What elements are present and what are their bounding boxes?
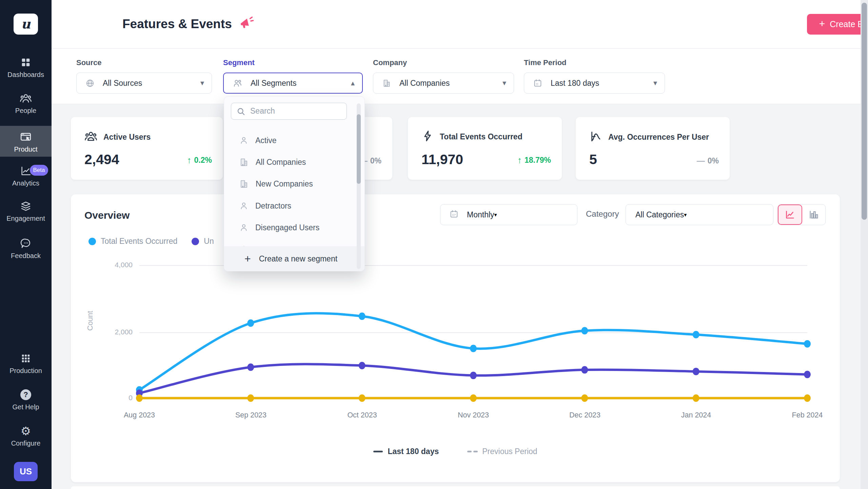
userpilot-logo[interactable]: u [14, 14, 38, 35]
time-period-filter-value: Last 180 days [551, 79, 599, 88]
sidebar-item-engagement[interactable]: Engagement [0, 200, 52, 222]
segment-option-all-companies[interactable]: All Companies [224, 151, 361, 173]
building-icon [239, 157, 249, 167]
stat-card-total-events: Total Events Occurred 11,970 ↑ 18.79% [408, 117, 562, 180]
legend-dot-total-events [88, 238, 96, 245]
bell-curve-icon [589, 130, 602, 144]
overview-panel: Overview Monthly ▾ Category All Categori… [71, 194, 840, 482]
dashboards-icon [0, 56, 52, 69]
sidebar-item-configure[interactable]: ⚙ Configure [0, 425, 52, 447]
next-panel-edge [71, 486, 840, 489]
search-icon [236, 107, 246, 116]
legend-label-total-events[interactable]: Total Events Occurred [101, 237, 177, 246]
layers-icon [0, 200, 52, 212]
bar-chart-icon [808, 209, 819, 220]
x-tick-dec: Dec 2023 [556, 411, 614, 419]
segment-option-detractors[interactable]: Detractors [224, 195, 361, 217]
user-icon [239, 223, 249, 232]
line-chart[interactable] [129, 253, 817, 415]
sidebar-item-label: Analytics [0, 179, 52, 187]
caret-down-icon: ▾ [494, 212, 497, 218]
dropdown-scrollbar-thumb[interactable] [357, 114, 361, 184]
category-label: Category [586, 209, 619, 219]
sidebar-item-people[interactable]: People [0, 92, 52, 115]
lightning-bolt-icon [421, 130, 434, 143]
company-filter-value: All Companies [399, 79, 450, 88]
plus-icon: + [244, 253, 251, 264]
granularity-value: Monthly [467, 210, 494, 219]
solid-line-swatch [373, 451, 383, 452]
y-tick-4000: 4,000 [95, 261, 133, 269]
segment-option-active[interactable]: Active [224, 130, 361, 151]
building-icon [239, 179, 249, 189]
segment-filter-select[interactable]: All Segments ▴ [223, 73, 363, 94]
dashed-line-swatch [473, 451, 478, 452]
trend-up-icon: ↑ [517, 155, 522, 165]
user-icon [239, 136, 249, 145]
stat-card-title: Total Events Occurred [440, 132, 522, 141]
legend-current-period[interactable]: Last 180 days [373, 447, 467, 456]
y-axis-label: Count [86, 311, 95, 331]
plus-icon: + [819, 19, 825, 29]
stat-card-trend: ↑ 18.79% [517, 155, 551, 165]
filter-bar: Source All Sources ▾ Segment All Segment… [52, 49, 861, 104]
caret-down-icon: ▾ [200, 79, 204, 87]
stat-card-value: 2,494 [84, 152, 119, 168]
sidebar-item-label: Feedback [0, 252, 52, 260]
legend-previous-period[interactable]: Previous Period [467, 447, 537, 456]
category-value: All Categories [635, 210, 684, 219]
granularity-select[interactable]: Monthly ▾ [440, 204, 577, 225]
sidebar-item-get-help[interactable]: ? Get Help [0, 389, 52, 411]
legend-label-unique[interactable]: Un [204, 237, 214, 246]
grid-icon [0, 352, 52, 365]
segment-search-input[interactable] [250, 103, 345, 119]
stat-card-avg-occurrences: Avg. Occurrences Per User 5 — 0% [576, 117, 730, 180]
time-period-filter-label: Time Period [524, 58, 567, 67]
sidebar-item-product[interactable]: Product [0, 131, 52, 153]
segment-option-new-companies[interactable]: New Companies [224, 173, 361, 195]
time-period-filter-select[interactable]: Last 180 days ▾ [524, 73, 665, 94]
segments-icon [233, 78, 242, 88]
gear-icon: ⚙ [0, 425, 52, 437]
source-filter-select[interactable]: All Sources ▾ [76, 73, 212, 94]
help-icon: ? [0, 389, 52, 401]
create-segment-button[interactable]: + Create a new segment [224, 246, 364, 271]
company-filter-select[interactable]: All Companies ▾ [373, 73, 514, 94]
sidebar-item-production[interactable]: Production [0, 352, 52, 375]
segment-search[interactable] [231, 103, 347, 120]
create-event-button[interactable]: + Create Event [807, 14, 868, 35]
stat-card-title: Avg. Occurrences Per User [608, 133, 709, 142]
segment-dropdown-menu: Active All Companies New Companies Detra… [224, 96, 365, 271]
page-header: Features & Events + Create Event [52, 0, 861, 48]
app-root: u Dashboards People Product Beta [0, 0, 868, 489]
trend-up-icon: ↑ [187, 155, 192, 165]
sidebar-item-label: Configure [0, 439, 52, 447]
segment-option-disengaged-users[interactable]: Disengaged Users [224, 217, 361, 238]
line-chart-icon [785, 209, 795, 220]
caret-down-icon: ▾ [653, 79, 657, 87]
stat-card-trend: — 0% [697, 156, 719, 165]
megaphone-icon [238, 16, 254, 33]
bar-chart-toggle-button[interactable] [802, 204, 825, 225]
x-tick-feb: Feb 2024 [778, 411, 836, 419]
building-icon [382, 79, 391, 88]
period-legend: Last 180 days Previous Period [71, 447, 840, 456]
dropdown-scrollbar[interactable] [357, 103, 361, 269]
sidebar-item-label: Engagement [0, 215, 52, 222]
line-chart-toggle-button[interactable] [778, 204, 802, 225]
sidebar-item-feedback[interactable]: Feedback [0, 237, 52, 260]
stat-card-value: 11,970 [421, 152, 463, 168]
user-avatar[interactable]: US [14, 462, 38, 481]
page-scrollbar[interactable] [861, 0, 868, 489]
page-scrollbar-thumb[interactable] [862, 3, 867, 220]
calendar-icon [449, 209, 459, 220]
page-title: Features & Events [122, 17, 232, 31]
company-filter-label: Company [373, 58, 407, 67]
segment-filter-label: Segment [223, 58, 255, 67]
sidebar-item-label: Product [0, 145, 52, 153]
x-tick-jan: Jan 2024 [667, 411, 725, 419]
stat-card-active-users: Active Users 2,494 ↑ 0.2% [71, 117, 223, 180]
chat-bubble-icon [0, 237, 52, 250]
category-select[interactable]: All Categories ▾ [626, 204, 773, 225]
sidebar-item-dashboards[interactable]: Dashboards [0, 56, 52, 79]
